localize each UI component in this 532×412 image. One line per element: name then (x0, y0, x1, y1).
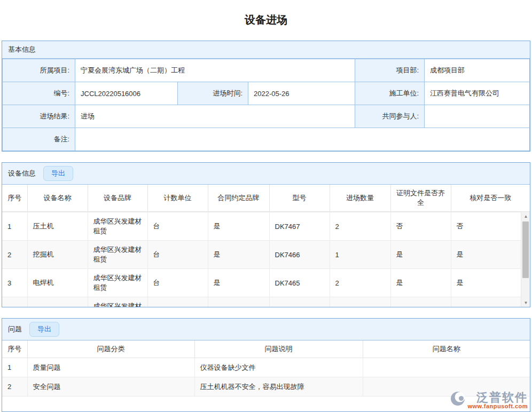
cell-serial: 1 (2, 358, 27, 377)
dept-value: 成都项目部 (425, 59, 530, 82)
equipment-table-body: 1 压土机 成华区兴发建材租赁 台 是 DK7467 2 否 否 2 挖掘机 成… (2, 212, 530, 307)
scroll-down-icon[interactable]: ▼ (521, 298, 530, 307)
cell-unit: 台 (147, 269, 208, 297)
equipment-col-model: 型号 (269, 185, 330, 212)
cell-verified: 是 (451, 241, 530, 269)
cell-model: DK7467 (269, 212, 330, 241)
cell-serial: 3 (2, 269, 27, 297)
problems-col-category: 问题分类 (27, 340, 194, 358)
scroll-up-icon[interactable]: ▲ (521, 212, 530, 220)
cell-docs-complete: 是 (390, 269, 451, 297)
cell-category: 安全问题 (27, 377, 194, 397)
equipment-col-verified: 核对是否一致 (451, 185, 530, 212)
basic-info-table: 所属项目: 宁夏会展湾东城广场（二期）工程 项目部: 成都项目部 编号: JCC… (2, 59, 530, 151)
cell-model: DK7465 (269, 269, 330, 297)
basic-info-row-remark: 备注: (3, 128, 530, 151)
table-row[interactable]: 2 挖掘机 成华区兴发建材租赁 台 是 DK7466 1 是 是 (2, 241, 530, 269)
cell-contract-brand: 是 (208, 269, 269, 297)
table-row[interactable]: 3 电焊机 成华区兴发建材租赁 台 是 DK7465 2 是 是 (2, 269, 530, 297)
watermark-brand: 泛普软件 (476, 391, 528, 403)
result-label: 进场结果: (3, 105, 75, 128)
result-value: 进场 (75, 105, 355, 128)
table-row[interactable]: 1 压土机 成华区兴发建材租赁 台 是 DK7467 2 否 否 (2, 212, 530, 241)
table-row[interactable]: 1 质量问题 仪器设备缺少文件 (2, 358, 530, 377)
equipment-section-header: 设备信息 导出 (2, 163, 530, 185)
cell-name: 挖掘机 (27, 241, 88, 269)
problems-col-serial: 序号 (2, 340, 27, 358)
problems-section-header: 问题 导出 (2, 319, 530, 340)
code-label: 编号: (3, 82, 75, 105)
cell-docs-complete: 是 (390, 241, 451, 269)
equipment-header-table: 序号 设备名称 设备品牌 计数单位 合同约定品牌 型号 进场数量 证明文件是否齐… (2, 185, 530, 212)
cell-contract-brand: 是 (208, 241, 269, 269)
equipment-export-button[interactable]: 导出 (43, 166, 73, 181)
cell-quantity: 2 (330, 212, 390, 241)
equipment-col-unit: 计数单位 (147, 185, 208, 212)
basic-info-section-title: 基本信息 (8, 45, 36, 54)
unit-value: 江西赛普电气有限公司 (425, 82, 530, 105)
remark-label: 备注: (3, 128, 75, 151)
problems-col-name: 问题名称 (363, 340, 530, 358)
equipment-col-docs-complete: 证明文件是否齐全 (390, 185, 451, 212)
cell-unit (147, 297, 208, 307)
problems-col-description: 问题说明 (194, 340, 363, 358)
cell-model: DK7466 (269, 241, 330, 269)
cell-quantity: 1 (330, 241, 390, 269)
participants-value (425, 105, 530, 128)
cell-brand: 成华区兴发建材租赁 (88, 241, 147, 269)
unit-label: 施工单位: (355, 82, 425, 105)
dept-label: 项目部: (355, 59, 425, 82)
vertical-scrollbar[interactable]: ▲ ▼ (521, 212, 530, 307)
equipment-section-title: 设备信息 (8, 169, 36, 178)
cell-quantity: 2 (330, 269, 390, 297)
cell-description: 压土机机器不安全，容易出现故障 (194, 377, 363, 397)
scrollbar-thumb[interactable] (522, 221, 529, 278)
code-value: JCCL20220516006 (75, 82, 178, 105)
entry-time-label: 进场时间: (178, 82, 248, 105)
cell-brand: 成华区兴发建材租赁 (88, 269, 147, 297)
basic-info-row-code: 编号: JCCL20220516006 进场时间: 2022-05-26 施工单… (3, 82, 530, 105)
cell-docs-complete: 否 (390, 212, 451, 241)
remark-value (75, 128, 530, 151)
problems-export-button[interactable]: 导出 (29, 322, 59, 337)
cell-docs-complete (390, 297, 451, 307)
fanpu-logo-icon (450, 391, 465, 408)
cell-serial (2, 297, 27, 307)
basic-info-section: 基本信息 所属项目: 宁夏会展湾东城广场（二期）工程 项目部: 成都项目部 编号… (2, 41, 530, 152)
cell-problem-name (363, 358, 530, 377)
cell-unit: 台 (147, 212, 208, 241)
watermark-url: www.fanpusoft.com (467, 403, 528, 410)
cell-serial: 2 (2, 241, 27, 269)
cell-unit: 台 (147, 241, 208, 269)
equipment-section: 设备信息 导出 序号 设备名称 设备品牌 计数单位 合同约定品牌 型号 进场数量… (2, 162, 530, 307)
equipment-header-row: 序号 设备名称 设备品牌 计数单位 合同约定品牌 型号 进场数量 证明文件是否齐… (2, 185, 530, 212)
cell-contract-brand (208, 297, 269, 307)
problems-section-title: 问题 (8, 324, 22, 334)
equipment-col-quantity: 进场数量 (330, 185, 390, 212)
participants-label: 共同参与人: (355, 105, 425, 128)
cell-brand: 成华区兴发建材租赁 (88, 212, 147, 241)
equipment-col-contract-brand: 合同约定品牌 (208, 185, 269, 212)
problems-table: 序号 问题分类 问题说明 问题名称 1 质量问题 仪器设备缺少文件 2 安全问题… (2, 340, 530, 397)
brand-watermark: 泛普软件 www.fanpusoft.com (450, 391, 528, 410)
table-row[interactable]: 成华区兴发建材租赁 (2, 297, 530, 307)
cell-verified: 是 (451, 269, 530, 297)
page-title: 设备进场 (0, 0, 532, 41)
watermark-text: 泛普软件 www.fanpusoft.com (467, 391, 528, 410)
equipment-body-table: 1 压土机 成华区兴发建材租赁 台 是 DK7467 2 否 否 2 挖掘机 成… (2, 212, 530, 307)
project-value: 宁夏会展湾东城广场（二期）工程 (75, 59, 355, 82)
problems-header-row: 序号 问题分类 问题说明 问题名称 (2, 340, 530, 358)
project-label: 所属项目: (3, 59, 75, 82)
cell-serial: 2 (2, 377, 27, 397)
cell-name (27, 297, 88, 307)
entry-time-value: 2022-05-26 (248, 82, 355, 105)
cell-serial: 1 (2, 212, 27, 241)
equipment-col-brand: 设备品牌 (88, 185, 147, 212)
equipment-col-name: 设备名称 (27, 185, 88, 212)
cell-model (269, 297, 330, 307)
cell-quantity (330, 297, 390, 307)
cell-verified (451, 297, 530, 307)
basic-info-row-result: 进场结果: 进场 共同参与人: (3, 105, 530, 128)
cell-category: 质量问题 (27, 358, 194, 377)
cell-name: 电焊机 (27, 269, 88, 297)
